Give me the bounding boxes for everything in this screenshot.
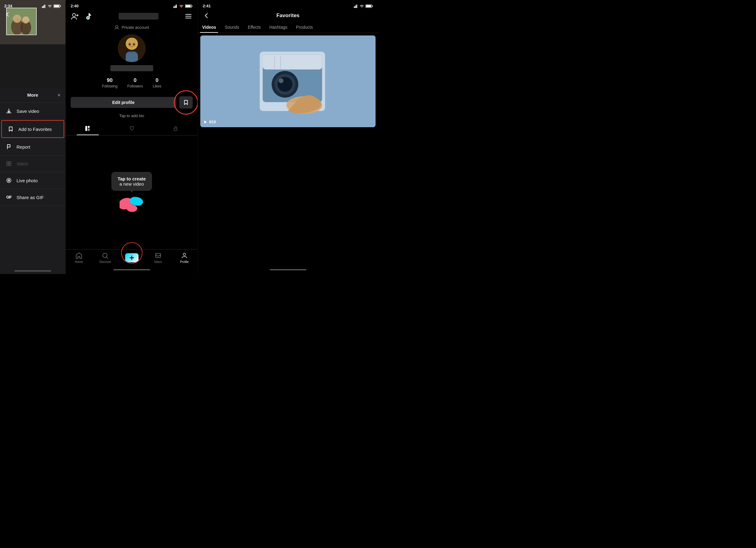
home-indicator-panel3 xyxy=(198,265,378,274)
svg-rect-35 xyxy=(85,126,87,131)
followers-count: 0 xyxy=(134,77,136,83)
tab-effects[interactable]: Effects xyxy=(243,22,265,33)
svg-rect-52 xyxy=(366,5,371,7)
nav-item-create[interactable] xyxy=(118,253,145,262)
menu-item-share-gif[interactable]: GIF Share as GIF xyxy=(0,189,65,206)
nav-item-inbox[interactable]: Inbox xyxy=(145,252,171,264)
svg-rect-22 xyxy=(192,6,192,7)
bookmark-icon xyxy=(7,126,14,132)
svg-rect-14 xyxy=(9,164,11,166)
svg-rect-5 xyxy=(42,6,43,8)
svg-point-59 xyxy=(279,78,283,83)
create-bubble: Tap to create a new video xyxy=(111,172,152,191)
battery-icon-p3 xyxy=(365,4,373,8)
menu-item-report[interactable]: Report xyxy=(0,139,65,155)
edit-profile-button[interactable]: Edit profile xyxy=(71,97,176,108)
add-user-icon[interactable] xyxy=(71,12,79,20)
home-indicator-panel1 xyxy=(14,270,51,272)
svg-rect-49 xyxy=(356,5,357,8)
bookmark-button[interactable] xyxy=(179,96,193,109)
home-label: Home xyxy=(75,260,83,264)
svg-rect-10 xyxy=(54,5,59,7)
svg-rect-12 xyxy=(9,161,11,163)
profile-icon xyxy=(181,252,188,259)
inbox-label: Inbox xyxy=(154,260,161,264)
wifi-icon xyxy=(47,4,52,8)
nav-item-discover[interactable]: Discover xyxy=(92,252,118,264)
panel-profile: 2:40 xyxy=(65,0,198,274)
bookmark-button-icon xyxy=(183,99,189,106)
tab-products[interactable]: Products xyxy=(292,22,317,33)
tab-sounds[interactable]: Sounds xyxy=(221,22,243,33)
menu-item-add-favorites[interactable]: Add to Favorites xyxy=(1,120,64,138)
flag-icon xyxy=(6,143,12,150)
tab-videos[interactable]: Videos xyxy=(198,22,221,33)
likes-stat[interactable]: 0 Likes xyxy=(153,77,161,88)
menu-label-report: Report xyxy=(17,144,30,150)
following-stat[interactable]: 90 Following xyxy=(102,77,117,88)
svg-rect-61 xyxy=(263,55,322,70)
svg-rect-37 xyxy=(88,128,90,131)
tab-liked[interactable] xyxy=(110,122,154,135)
heart-outline-icon xyxy=(129,125,135,131)
profile-stats: 90 Following 0 Followers 0 Likes xyxy=(102,77,161,88)
svg-rect-38 xyxy=(174,128,177,131)
close-button[interactable]: × xyxy=(57,92,61,98)
favorites-content: 810 xyxy=(198,33,378,265)
create-button[interactable] xyxy=(125,253,139,262)
avatar-image xyxy=(118,35,146,62)
hamburger-icon[interactable] xyxy=(184,12,193,20)
menu-label-stitch: Stitch xyxy=(17,161,28,166)
likes-count: 0 xyxy=(156,77,158,83)
svg-rect-9 xyxy=(60,6,61,7)
svg-rect-7 xyxy=(44,5,45,8)
nav-item-home[interactable]: Home xyxy=(66,252,92,264)
tab-private[interactable] xyxy=(154,122,198,135)
svg-marker-65 xyxy=(204,120,207,124)
svg-line-43 xyxy=(106,257,108,258)
private-account-notice: Private account xyxy=(66,23,198,31)
thumb-image xyxy=(200,35,376,127)
nav-item-profile[interactable]: Profile xyxy=(171,252,198,264)
favorites-tabs: Videos Sounds Effects Hashtags Products xyxy=(198,22,378,33)
play-count: 810 xyxy=(209,120,216,124)
followers-stat[interactable]: 0 Followers xyxy=(127,77,143,88)
time-panel1: 2:34 xyxy=(4,4,12,8)
svg-point-28 xyxy=(116,25,118,28)
svg-rect-36 xyxy=(88,126,90,128)
create-image xyxy=(120,194,144,213)
svg-rect-48 xyxy=(355,6,356,8)
stitch-icon xyxy=(6,160,12,167)
bottom-nav-wrapper: Home Discover xyxy=(66,249,198,274)
avatar-section: 90 Following 0 Followers 0 Likes xyxy=(66,31,198,93)
menu-item-save-video[interactable]: Save video xyxy=(0,103,65,120)
menu-item-live-photo[interactable]: Live photo xyxy=(0,172,65,189)
profile-tabs xyxy=(66,122,198,135)
tiktok-logo xyxy=(84,12,93,20)
svg-point-24 xyxy=(72,13,76,17)
tap-to-create-prompt[interactable]: Tap to create a new video xyxy=(111,172,152,213)
lock-icon xyxy=(172,125,179,131)
avatar xyxy=(118,35,146,62)
svg-rect-11 xyxy=(7,161,9,163)
tab-hashtags[interactable]: Hashtags xyxy=(265,22,292,33)
favorites-header: Favorites xyxy=(198,9,378,22)
tab-grid[interactable] xyxy=(66,122,110,135)
play-count-badge: 810 xyxy=(203,120,216,124)
likes-label: Likes xyxy=(153,84,161,88)
live-photo-icon xyxy=(6,177,12,184)
battery-icon xyxy=(54,4,61,8)
back-arrow-panel1[interactable] xyxy=(0,9,65,19)
video-thumbnail[interactable]: 810 xyxy=(200,35,376,127)
menu-label-live-photo: Live photo xyxy=(17,178,38,183)
svg-point-17 xyxy=(9,180,9,181)
back-button-p3[interactable] xyxy=(203,12,210,19)
profile-actions: Edit profile xyxy=(71,96,193,109)
bottom-nav: Home Discover xyxy=(66,249,198,265)
profile-content: Tap to create a new video xyxy=(66,135,198,249)
favorites-title: Favorites xyxy=(213,13,363,19)
bio-hint[interactable]: Tap to add bio xyxy=(66,113,198,118)
username-display-bar xyxy=(110,65,153,71)
wifi-icon-p3 xyxy=(359,4,364,8)
private-icon xyxy=(114,25,119,30)
